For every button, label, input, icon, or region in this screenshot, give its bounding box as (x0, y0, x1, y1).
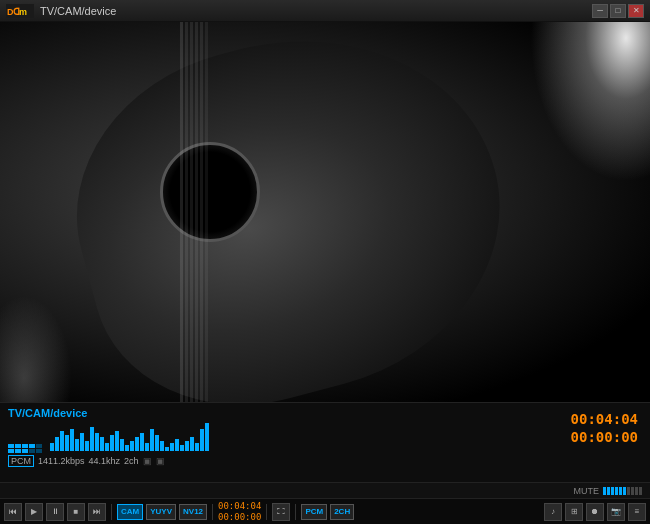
channel-name: TV/CAM/device (8, 407, 551, 419)
bitrate-label: 1411.2kbps (38, 456, 85, 466)
spectrum-bar (205, 423, 209, 451)
spectrum-bar (190, 437, 194, 451)
flag2: ▣ (156, 456, 165, 466)
spectrum-bar (140, 433, 144, 451)
spectrum-bar (65, 435, 69, 451)
spectrum-bar (125, 445, 129, 451)
spectrum-bar (90, 427, 94, 451)
spectrum-bar (155, 435, 159, 451)
spectrum-bar (75, 439, 79, 451)
guitar-body (42, 22, 538, 402)
minimize-button[interactable]: ─ (592, 4, 608, 18)
separator (266, 504, 267, 520)
pcm-small-badge[interactable]: PCM (301, 504, 327, 520)
vol-seg (635, 487, 638, 495)
mute-bar: MUTE (0, 482, 650, 498)
app-logo: D ꓷ m (6, 4, 34, 18)
maximize-button[interactable]: □ (610, 4, 626, 18)
spectrum-bar (85, 441, 89, 451)
vol-seg (631, 487, 634, 495)
spectrum-bar (110, 435, 114, 451)
volume-indicator (603, 487, 642, 495)
prev-button[interactable]: ⏮ (4, 503, 22, 521)
spectrum-bar (200, 429, 204, 451)
vol-seg (603, 487, 606, 495)
audio-button[interactable]: ♪ (544, 503, 562, 521)
spectrum-display (50, 423, 209, 451)
vol-seg (627, 487, 630, 495)
mute-label: MUTE (574, 486, 600, 496)
spectrum-bar (100, 437, 104, 451)
level-seg (8, 449, 14, 453)
level-seg (29, 444, 35, 448)
spectrum-bar (55, 437, 59, 451)
cam-badge[interactable]: CAM (117, 504, 143, 520)
info-bar: TV/CAM/device (0, 402, 650, 482)
svg-text:m: m (19, 7, 27, 17)
spectrum-bar (135, 437, 139, 451)
nv12-badge[interactable]: NV12 (179, 504, 207, 520)
spectrum-bar (70, 429, 74, 451)
record-button[interactable]: ⏺ (586, 503, 604, 521)
level-seg (36, 449, 42, 453)
level-seg (29, 449, 35, 453)
level-seg (15, 449, 21, 453)
separator (295, 504, 296, 520)
pause-button[interactable]: ⏸ (46, 503, 64, 521)
level-seg (8, 444, 14, 448)
level-bars (8, 444, 42, 453)
aspect-button[interactable]: ⊞ (565, 503, 583, 521)
close-button[interactable]: ✕ (628, 4, 644, 18)
small-elapsed: 00:04:04 (218, 501, 261, 512)
separator (111, 504, 112, 520)
small-timers: 00:04:04 00:00:00 (218, 501, 261, 523)
channels-label: 2ch (124, 456, 139, 466)
samplerate-label: 44.1khz (89, 456, 121, 466)
titlebar-title: TV/CAM/device (40, 5, 116, 17)
level-seg (36, 444, 42, 448)
spectrum-bar (60, 431, 64, 451)
separator (212, 504, 213, 520)
vol-seg (623, 487, 626, 495)
next-button[interactable]: ⏭ (88, 503, 106, 521)
ch2-badge[interactable]: 2CH (330, 504, 354, 520)
flag1: ▣ (143, 456, 152, 466)
elapsed-time: 00:04:04 (571, 411, 638, 427)
window-controls: ─ □ ✕ (592, 4, 644, 18)
vol-seg (607, 487, 610, 495)
spectrum-bar (150, 429, 154, 451)
sound-hole (160, 142, 260, 242)
vol-seg (615, 487, 618, 495)
play-button[interactable]: ▶ (25, 503, 43, 521)
spectrum-bar (185, 441, 189, 451)
spectrum-bar (115, 431, 119, 451)
spectrum-bar (165, 447, 169, 451)
stop-button[interactable]: ■ (67, 503, 85, 521)
spectrum-bar (120, 439, 124, 451)
controls-right: ♪ ⊞ ⏺ 📷 ≡ (544, 503, 646, 521)
titlebar-left: D ꓷ m TV/CAM/device (6, 4, 116, 18)
settings-button[interactable]: ≡ (628, 503, 646, 521)
video-area (0, 22, 650, 402)
spectrum-bar (180, 445, 184, 451)
info-right: 00:04:04 00:00:00 (559, 403, 650, 482)
vol-seg (611, 487, 614, 495)
level-seg (15, 444, 21, 448)
snapshot-button[interactable]: 📷 (607, 503, 625, 521)
spectrum-bar (50, 443, 54, 451)
vol-seg (619, 487, 622, 495)
controls-bar: ⏮ ▶ ⏸ ■ ⏭ CAM YUYV NV12 00:04:04 00:00:0… (0, 498, 650, 524)
spectrum-bar (145, 443, 149, 451)
spectrum-bar (80, 433, 84, 451)
expand-button[interactable]: ⛶ (272, 503, 290, 521)
window-reflection (530, 22, 650, 182)
spectrum-bar (175, 439, 179, 451)
level-seg (22, 449, 28, 453)
vol-seg (639, 487, 642, 495)
guitar-strings (180, 22, 183, 402)
spectrum-bar (170, 443, 174, 451)
spectrum-bar (160, 441, 164, 451)
spectrum-bar (105, 443, 109, 451)
spectrum-bar (95, 433, 99, 451)
yuv-badge[interactable]: YUYV (146, 504, 176, 520)
